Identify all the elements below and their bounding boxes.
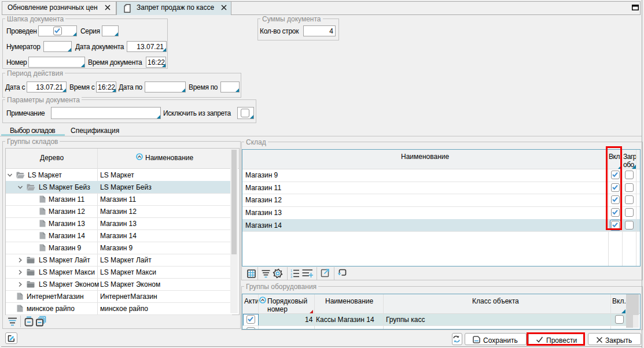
svg-text:3: 3 (290, 275, 292, 278)
